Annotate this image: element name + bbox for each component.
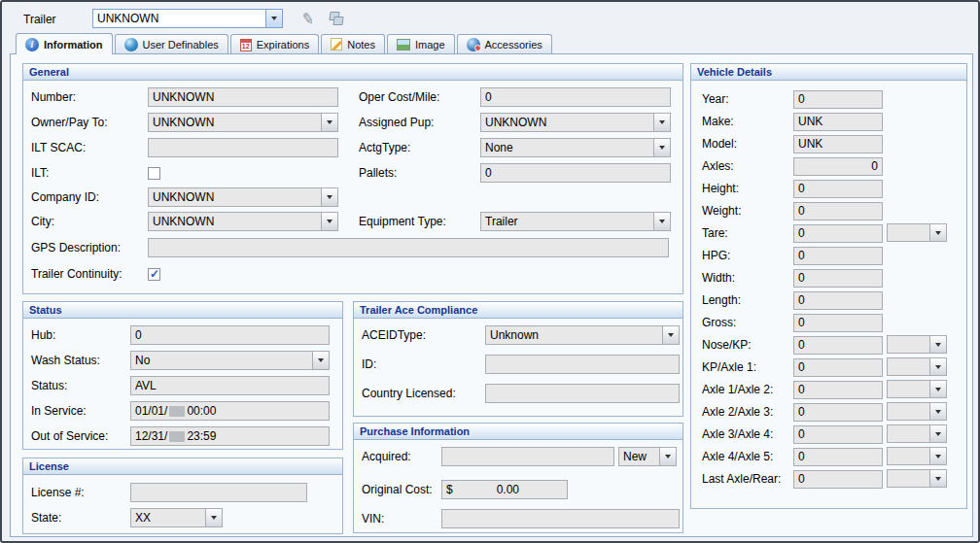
axle2-axle3-unit-dropdown[interactable] bbox=[887, 402, 947, 421]
chevron-down-icon[interactable] bbox=[321, 114, 337, 131]
chevron-down-icon[interactable] bbox=[929, 336, 946, 353]
chevron-down-icon[interactable] bbox=[321, 213, 337, 230]
group-license: License License #: State: XX bbox=[22, 458, 343, 534]
trailer-continuity-checkbox[interactable] bbox=[148, 268, 160, 281]
tab-user-definables[interactable]: User Definables bbox=[115, 34, 228, 53]
make-field[interactable] bbox=[793, 113, 883, 131]
aceid-type-value: Unknown bbox=[486, 326, 662, 344]
axle1-axle2-field[interactable] bbox=[793, 381, 883, 399]
chevron-down-icon[interactable] bbox=[929, 381, 946, 397]
tab-strip: i Information User Definables Expiration… bbox=[16, 33, 554, 54]
company-value: UNKNOWN bbox=[149, 188, 321, 206]
chevron-down-icon[interactable] bbox=[653, 139, 670, 156]
owner-dropdown[interactable]: UNKNOWN bbox=[148, 113, 338, 132]
axle4-axle5-field[interactable] bbox=[793, 448, 883, 466]
country-licensed-field[interactable] bbox=[485, 384, 680, 403]
chevron-down-icon[interactable] bbox=[265, 10, 282, 27]
number-field[interactable] bbox=[148, 87, 338, 107]
aceid-type-dropdown[interactable]: Unknown bbox=[485, 325, 680, 345]
out-of-service-field[interactable]: 12/31/23:59 bbox=[130, 426, 330, 446]
chevron-down-icon[interactable] bbox=[929, 470, 946, 487]
ace-id-field[interactable] bbox=[485, 355, 680, 374]
hub-field[interactable] bbox=[130, 325, 330, 345]
gps-description-field[interactable] bbox=[148, 238, 669, 257]
acquired-field[interactable] bbox=[441, 447, 614, 466]
group-vehicle-details: Vehicle Details Year: Make: Model: Axles… bbox=[690, 63, 967, 509]
tab-expirations[interactable]: Expirations bbox=[230, 34, 319, 53]
chevron-down-icon[interactable] bbox=[659, 448, 676, 465]
tare-unit-dropdown[interactable] bbox=[887, 223, 947, 242]
chevron-down-icon[interactable] bbox=[929, 358, 946, 375]
vin-field[interactable] bbox=[441, 509, 680, 528]
company-dropdown[interactable]: UNKNOWN bbox=[148, 187, 338, 207]
acquired-mode-dropdown[interactable]: New bbox=[618, 447, 677, 466]
pallets-field[interactable] bbox=[480, 163, 671, 183]
nose-kp-field[interactable] bbox=[793, 336, 883, 355]
ilt-checkbox[interactable] bbox=[148, 167, 160, 180]
tare-field[interactable] bbox=[793, 224, 883, 243]
axle3-axle4-unit-dropdown[interactable] bbox=[887, 424, 947, 443]
gross-field[interactable] bbox=[793, 314, 883, 332]
weight-field[interactable] bbox=[793, 202, 883, 221]
width-field[interactable] bbox=[793, 269, 883, 288]
wash-status-dropdown[interactable]: No bbox=[130, 351, 330, 370]
length-field[interactable] bbox=[793, 291, 883, 310]
year-field[interactable] bbox=[793, 90, 883, 109]
tab-accessories[interactable]: Accessories bbox=[457, 34, 552, 53]
last-axle-rear-field[interactable] bbox=[793, 470, 883, 489]
nose-kp-label: Nose/KP: bbox=[702, 338, 793, 352]
axle3-axle4-field[interactable] bbox=[793, 425, 883, 444]
kp-axle1-unit-dropdown[interactable] bbox=[887, 357, 947, 376]
original-cost-field[interactable]: $ 0.00 bbox=[441, 480, 568, 499]
edit-pencil-icon[interactable]: ✎ bbox=[296, 7, 320, 30]
chevron-down-icon[interactable] bbox=[653, 114, 670, 131]
assigned-pup-dropdown[interactable]: UNKNOWN bbox=[480, 113, 671, 132]
tags-icon[interactable] bbox=[327, 9, 348, 28]
calendar-icon bbox=[240, 39, 252, 51]
axle1-axle2-unit-dropdown[interactable] bbox=[887, 380, 947, 398]
in-service-field[interactable]: 01/01/00:00 bbox=[130, 401, 330, 421]
trailer-combobox[interactable]: UNKNOWN bbox=[92, 9, 283, 28]
last-axle-rear-unit-dropdown[interactable] bbox=[887, 469, 947, 488]
chevron-down-icon[interactable] bbox=[929, 448, 946, 464]
chevron-down-icon[interactable] bbox=[205, 509, 222, 526]
tab-image[interactable]: Image bbox=[387, 34, 455, 53]
tab-label: Image bbox=[415, 39, 445, 51]
axle4-axle5-unit-dropdown[interactable] bbox=[887, 447, 947, 465]
chevron-down-icon[interactable] bbox=[321, 188, 337, 206]
equipment-type-dropdown[interactable]: Trailer bbox=[480, 212, 671, 231]
height-label: Height: bbox=[702, 182, 793, 195]
city-dropdown[interactable]: UNKNOWN bbox=[148, 212, 338, 231]
status-field[interactable] bbox=[130, 376, 330, 395]
tab-information[interactable]: i Information bbox=[16, 33, 113, 54]
axle2-axle3-field[interactable] bbox=[793, 403, 883, 422]
unit-value bbox=[888, 425, 929, 442]
license-number-field[interactable] bbox=[130, 483, 307, 502]
hpg-field[interactable] bbox=[793, 247, 883, 265]
model-field[interactable] bbox=[793, 135, 883, 153]
accessories-icon bbox=[467, 38, 480, 51]
chevron-down-icon[interactable] bbox=[929, 403, 946, 420]
nose-kp-unit-dropdown[interactable] bbox=[887, 335, 947, 354]
axle2-axle3-label: Axle 2/Axle 3: bbox=[702, 405, 793, 419]
axles-field[interactable] bbox=[793, 157, 883, 176]
axle3-axle4-label: Axle 3/Axle 4: bbox=[702, 427, 793, 441]
chevron-down-icon[interactable] bbox=[929, 425, 946, 442]
vin-label: VIN: bbox=[362, 512, 441, 526]
height-field[interactable] bbox=[793, 180, 883, 198]
ilt-scac-field[interactable] bbox=[148, 138, 338, 157]
chevron-down-icon[interactable] bbox=[929, 224, 946, 241]
acquired-label: Acquired: bbox=[362, 450, 441, 463]
actg-type-dropdown[interactable]: None bbox=[480, 138, 671, 157]
chevron-down-icon[interactable] bbox=[312, 352, 329, 369]
tab-notes[interactable]: Notes bbox=[321, 34, 385, 53]
group-purchase-title: Purchase Information bbox=[354, 424, 682, 440]
actg-type-label: ActgType: bbox=[359, 141, 480, 154]
chevron-down-icon[interactable] bbox=[662, 326, 679, 344]
length-label: Length: bbox=[702, 293, 793, 307]
chevron-down-icon[interactable] bbox=[653, 213, 670, 230]
trailer-combobox-value: UNKNOWN bbox=[93, 10, 265, 27]
state-dropdown[interactable]: XX bbox=[130, 508, 223, 527]
oper-cost-field[interactable] bbox=[480, 87, 671, 107]
kp-axle1-field[interactable] bbox=[793, 358, 883, 377]
